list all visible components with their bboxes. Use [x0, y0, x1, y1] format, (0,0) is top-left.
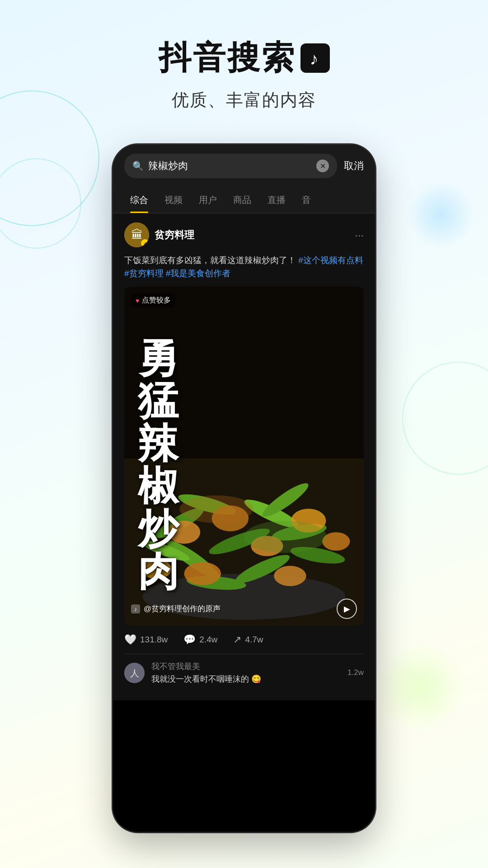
tab-user[interactable]: 用户 [191, 187, 225, 213]
phone-frame: 🔍 辣椒炒肉 ✕ 取消 综合 视频 用户 商品 [113, 145, 375, 832]
commenter-avatar: 人 [124, 663, 145, 683]
tab-bar: 综合 视频 用户 商品 直播 音 [113, 187, 375, 213]
comment-text: 我就没一次看时不咽唾沫的 😋 [151, 674, 341, 684]
tab-video[interactable]: 视频 [156, 187, 191, 213]
phone-screen: 🔍 辣椒炒肉 ✕ 取消 综合 视频 用户 商品 [113, 145, 375, 832]
app-title: 抖音搜索 [159, 36, 296, 80]
shares-count: 4.7w [245, 635, 263, 645]
calligraphy-text: 勇猛辣椒炒肉 [138, 337, 178, 594]
svg-text:人: 人 [130, 668, 139, 678]
video-source-text: @贫穷料理创作的原声 [144, 604, 221, 614]
username[interactable]: 贫穷料理 [155, 228, 194, 242]
comments-count: 2.4w [199, 635, 217, 645]
header-section: 抖音搜索 ♪ 优质、丰富的内容 [0, 0, 488, 112]
tab-product[interactable]: 商品 [225, 187, 259, 213]
tiktok-logo-icon: ♪ [300, 43, 330, 73]
bg-blob-yellow [375, 642, 465, 732]
video-source: ♪ @贫穷料理创作的原声 [131, 604, 221, 614]
likes-count: 131.8w [140, 635, 168, 645]
phone-mockup: 🔍 辣椒炒肉 ✕ 取消 综合 视频 用户 商品 [113, 145, 375, 832]
comment-preview: 人 我不管我最美 我就没一次看时不咽唾沫的 😋 1.2w [124, 654, 364, 691]
search-bar-area: 🔍 辣椒炒肉 ✕ 取消 [113, 145, 375, 187]
tiktok-brand-icon: ♪ [131, 604, 140, 613]
calligraphy-overlay: 勇猛辣椒炒肉 [124, 287, 364, 626]
user-row: 🏛 ✓ 贫穷料理 ··· [124, 222, 364, 247]
comment-stat-icon: 💬 [183, 634, 196, 646]
svg-text:🏛: 🏛 [131, 228, 143, 241]
video-bottom: ♪ @贫穷料理创作的原声 ▶ [124, 599, 364, 619]
header-subtitle: 优质、丰富的内容 [0, 89, 488, 112]
heart-stat-icon: 🤍 [124, 634, 136, 646]
post-text-normal: 下饭菜到底有多凶猛，就看这道辣椒炒肉了！ [124, 255, 296, 265]
search-icon: 🔍 [132, 160, 144, 171]
svg-text:♪: ♪ [310, 49, 320, 68]
cancel-search-button[interactable]: 取消 [344, 159, 364, 173]
search-input-wrapper[interactable]: 🔍 辣椒炒肉 ✕ [124, 154, 337, 178]
post-text: 下饭菜到底有多凶猛，就看这道辣椒炒肉了！ #这个视频有点料 #贫穷料理 #我是美… [124, 254, 364, 280]
comment-content: 我不管我最美 我就没一次看时不咽唾沫的 😋 [151, 661, 341, 684]
video-thumbnail[interactable]: ♥ 点赞较多 勇猛辣椒炒肉 ♪ @贫 [124, 287, 364, 626]
user-info: 🏛 ✓ 贫穷料理 [124, 222, 194, 247]
more-options-button[interactable]: ··· [355, 229, 364, 241]
play-button[interactable]: ▶ [337, 599, 357, 619]
stat-shares[interactable]: ↗ 4.7w [233, 634, 263, 646]
bg-blob-blue [407, 181, 474, 249]
share-stat-icon: ↗ [233, 634, 241, 646]
bg-decoration-circle-3 [402, 362, 488, 475]
stats-row: 🤍 131.8w 💬 2.4w ↗ 4.7w [124, 626, 364, 654]
stat-comments[interactable]: 💬 2.4w [183, 634, 217, 646]
tab-audio[interactable]: 音 [294, 187, 319, 213]
stat-likes[interactable]: 🤍 131.8w [124, 634, 168, 646]
verified-badge: ✓ [141, 239, 149, 247]
tab-live[interactable]: 直播 [259, 187, 294, 213]
commenter-name: 我不管我最美 [151, 661, 341, 672]
search-query-text: 辣椒炒肉 [148, 159, 312, 173]
clear-search-button[interactable]: ✕ [316, 160, 329, 172]
svg-text:♪: ♪ [134, 606, 137, 613]
app-title-row: 抖音搜索 ♪ [0, 36, 488, 80]
avatar: 🏛 ✓ [124, 222, 149, 247]
comment-likes-count: 1.2w [347, 668, 364, 677]
content-area: 🏛 ✓ 贫穷料理 ··· 下饭菜到底有多凶猛，就看这道辣椒炒肉了！ #这个视频有… [113, 213, 375, 700]
tab-comprehensive[interactable]: 综合 [122, 187, 156, 213]
